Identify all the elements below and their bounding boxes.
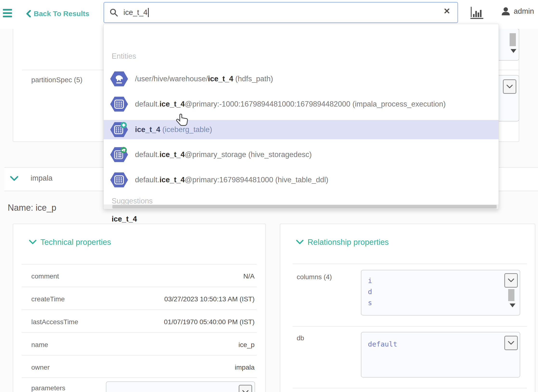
horizontal-scrollbar[interactable] bbox=[104, 204, 499, 209]
clear-search-button[interactable]: ✕ bbox=[443, 6, 450, 16]
prop-label: owner bbox=[31, 364, 50, 371]
entity-result-impala-process-execution[interactable]: default.ice_t_4@primary:-1000:1679894481… bbox=[104, 95, 499, 114]
entity-text-suffix: @primary:1679894481000 (hive_table_ddl) bbox=[185, 176, 328, 184]
table-entity-icon bbox=[110, 96, 128, 112]
page-title: Name: ice_p bbox=[8, 203, 56, 213]
username-label: admin bbox=[514, 7, 534, 16]
partition-spec-label: partitionSpec (5) bbox=[31, 76, 83, 84]
impala-section-label: impala bbox=[31, 174, 52, 183]
entity-result-iceberg-table[interactable]: ice_t_4 (iceberg_table) bbox=[104, 120, 499, 139]
columns-listbox[interactable]: i d s bbox=[361, 270, 520, 316]
back-to-results-label: Back To Results bbox=[34, 10, 89, 18]
entity-text-match: ice_t_4 bbox=[160, 176, 185, 184]
search-value: ice_t_4 bbox=[123, 8, 147, 17]
column-item[interactable]: d bbox=[368, 286, 372, 297]
chevron-left-icon bbox=[26, 10, 31, 17]
scrollbar-thumb[interactable] bbox=[112, 205, 497, 209]
columns-label: columns (4) bbox=[297, 273, 332, 281]
mouse-cursor-pointer bbox=[175, 113, 189, 127]
chevron-down-icon bbox=[506, 85, 513, 89]
prop-value: N/A bbox=[158, 272, 255, 280]
data-catalog-page: partitionSpec (5) impala Name: ice_p Tec… bbox=[0, 0, 538, 392]
chevron-down-icon bbox=[29, 240, 37, 245]
bar-chart-icon[interactable] bbox=[470, 6, 484, 19]
entity-text-prefix: default. bbox=[135, 150, 160, 159]
prop-label: lastAccessTime bbox=[31, 318, 78, 326]
db-label: db bbox=[297, 334, 304, 342]
prop-label: createTime bbox=[31, 295, 65, 303]
divider bbox=[22, 355, 257, 355]
chevron-down-icon bbox=[296, 240, 304, 245]
entity-text-prefix: default. bbox=[135, 100, 160, 108]
chevron-down-icon bbox=[508, 341, 514, 345]
divider bbox=[22, 264, 257, 265]
expand-listbox-button[interactable] bbox=[504, 273, 518, 288]
table-entity-icon bbox=[110, 172, 128, 188]
chevron-down-icon bbox=[242, 390, 249, 392]
iceberg-table-entity-icon bbox=[110, 121, 128, 138]
column-item[interactable]: i bbox=[368, 275, 372, 286]
entity-text-prefix: default. bbox=[135, 176, 160, 184]
scroll-down-arrow[interactable] bbox=[510, 303, 515, 307]
scrollbar-thumb[interactable] bbox=[508, 289, 514, 301]
suggestion-item[interactable]: ice_t_4 bbox=[112, 215, 137, 223]
search-icon bbox=[109, 8, 118, 17]
chevron-down-icon bbox=[508, 278, 514, 282]
hdfs-entity-icon bbox=[110, 71, 128, 87]
text-caret bbox=[148, 8, 149, 17]
hamburger-menu-icon[interactable] bbox=[3, 9, 13, 19]
entity-result-hive-storagedesc[interactable]: default.ice_t_4@primary_storage (hive_st… bbox=[104, 145, 499, 164]
user-menu[interactable]: admin bbox=[501, 7, 534, 16]
scrollbar-thumb[interactable] bbox=[510, 33, 516, 46]
divider bbox=[22, 377, 257, 378]
divider bbox=[293, 388, 527, 388]
entity-text-match: ice_t_4 bbox=[160, 100, 185, 108]
entity-text-suffix: @primary:-1000:1679894481000:16798944820… bbox=[185, 100, 446, 108]
storagedesc-entity-icon bbox=[110, 146, 128, 163]
entities-section-header: Entities bbox=[112, 52, 136, 61]
back-to-results-link[interactable]: Back To Results bbox=[26, 10, 89, 18]
user-icon bbox=[501, 7, 510, 16]
prop-value: 01/07/1970 05:40:00 PM (IST) bbox=[134, 318, 255, 326]
entity-text-prefix: /user/hive/warehouse/ bbox=[135, 75, 208, 83]
relationship-properties-header[interactable]: Relationship properties bbox=[296, 238, 389, 247]
chevron-down-icon bbox=[10, 176, 18, 181]
scroll-down-arrow[interactable] bbox=[511, 49, 516, 53]
prop-value: 03/27/2023 10:50:13 AM (IST) bbox=[134, 295, 255, 303]
db-value[interactable]: default bbox=[368, 339, 397, 350]
entity-text-match: ice_t_4 bbox=[160, 150, 185, 159]
parameters-listbox[interactable] bbox=[106, 381, 255, 392]
entity-text-match: ice_t_4 bbox=[135, 125, 160, 134]
technical-properties-header[interactable]: Technical properties bbox=[29, 238, 111, 247]
entity-text-match: ice_t_4 bbox=[208, 75, 233, 83]
prop-label: comment bbox=[31, 272, 59, 280]
technical-properties-title: Technical properties bbox=[40, 238, 111, 247]
prop-value: impala bbox=[158, 364, 255, 371]
entity-text-suffix: @primary_storage (hive_storagedesc) bbox=[185, 150, 312, 159]
expand-listbox-button[interactable] bbox=[503, 79, 516, 94]
prop-label: parameters bbox=[31, 384, 65, 392]
divider bbox=[22, 332, 257, 333]
expand-listbox-button[interactable] bbox=[239, 385, 252, 392]
expand-listbox-button[interactable] bbox=[504, 336, 518, 350]
suggestions-section-header: Suggestions bbox=[112, 197, 153, 205]
divider bbox=[22, 287, 257, 287]
db-listbox[interactable]: default bbox=[361, 332, 520, 378]
prop-label: name bbox=[31, 341, 48, 349]
entity-text-suffix: (hdfs_path) bbox=[233, 75, 273, 83]
entity-result-hive-table-ddl[interactable]: default.ice_t_4@primary:1679894481000 (h… bbox=[104, 170, 499, 190]
column-item[interactable]: s bbox=[368, 297, 372, 308]
search-suggestions-dropdown: Entities /user/hive/warehouse/ice_t_4 (h… bbox=[103, 24, 499, 209]
entity-result-hdfs-path[interactable]: /user/hive/warehouse/ice_t_4 (hdfs_path) bbox=[104, 69, 499, 89]
relationship-properties-title: Relationship properties bbox=[307, 238, 389, 247]
prop-value: ice_p bbox=[158, 341, 255, 349]
divider bbox=[22, 310, 257, 310]
divider bbox=[293, 326, 527, 327]
search-input[interactable]: ice_t_4 bbox=[103, 2, 458, 23]
divider bbox=[293, 264, 527, 264]
